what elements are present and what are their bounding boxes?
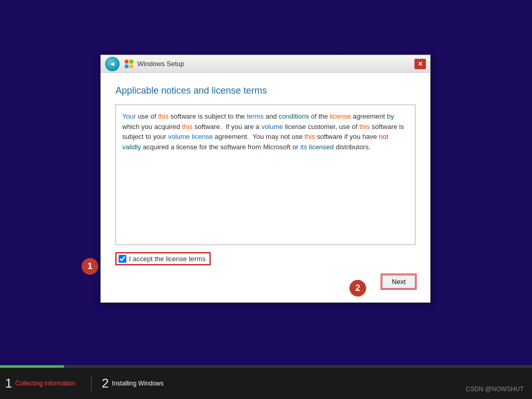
back-button[interactable] — [105, 57, 120, 71]
windows-setup-dialog: Windows Setup ✕ Applicable notices and l… — [100, 55, 431, 303]
license-text-box[interactable]: Your use of this software is subject to … — [115, 105, 416, 245]
windows-icon — [124, 59, 134, 69]
license-paragraph: Your use of this software is subject to … — [122, 111, 409, 152]
step-2-label: Installing Windows — [112, 380, 163, 387]
svg-rect-0 — [125, 60, 128, 63]
accept-checkbox[interactable] — [119, 255, 126, 263]
button-row: Next — [115, 273, 416, 292]
step-2-number: 2 — [102, 376, 109, 391]
svg-rect-1 — [129, 60, 133, 63]
step-1-label: Collecting information — [15, 380, 75, 387]
dialog-body: Applicable notices and license terms You… — [101, 73, 430, 302]
accept-row: I accept the license terms — [115, 252, 416, 265]
step-1: 1 Collecting information — [5, 376, 75, 391]
annotation-circle-1: 1 — [82, 258, 98, 275]
title-bar: Windows Setup ✕ — [101, 55, 430, 73]
step-2: 2 Installing Windows — [102, 376, 164, 391]
svg-rect-2 — [125, 65, 128, 68]
step-1-number: 1 — [5, 376, 12, 391]
step-divider — [91, 376, 92, 391]
accept-checkbox-wrapper: I accept the license terms — [115, 252, 211, 265]
page-heading: Applicable notices and license terms — [115, 85, 416, 96]
close-button[interactable]: ✕ — [414, 59, 426, 69]
accept-label[interactable]: I accept the license terms — [129, 255, 205, 263]
window-title: Windows Setup — [137, 60, 414, 68]
next-button[interactable]: Next — [382, 275, 416, 289]
status-bar: 1 Collecting information 2 Installing Wi… — [0, 368, 532, 399]
svg-rect-3 — [129, 65, 133, 68]
status-steps: 1 Collecting information 2 Installing Wi… — [0, 368, 179, 399]
watermark: CSDN @NOWSHUT — [465, 385, 524, 393]
